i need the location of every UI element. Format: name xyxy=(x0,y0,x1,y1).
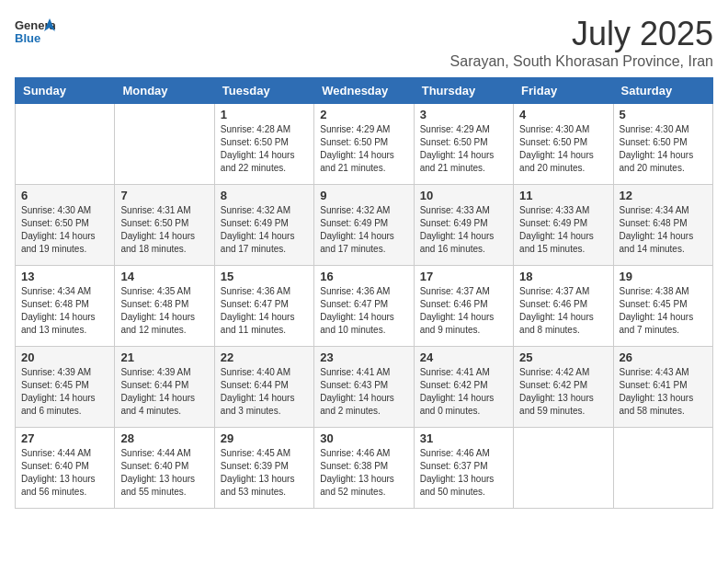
calendar-cell: 20Sunrise: 4:39 AMSunset: 6:45 PMDayligh… xyxy=(16,347,115,428)
calendar-cell: 12Sunrise: 4:34 AMSunset: 6:48 PMDayligh… xyxy=(613,185,712,266)
weekday-header-saturday: Saturday xyxy=(613,78,712,104)
day-number: 17 xyxy=(420,270,507,283)
day-detail: Sunrise: 4:39 AMSunset: 6:45 PMDaylight:… xyxy=(21,366,108,418)
title-block: July 2025 Sarayan, South Khorasan Provin… xyxy=(450,15,713,70)
day-detail: Sunrise: 4:46 AMSunset: 6:37 PMDaylight:… xyxy=(420,447,507,499)
logo-icon: General Blue xyxy=(15,15,55,48)
calendar-cell xyxy=(115,104,214,185)
weekday-header-monday: Monday xyxy=(115,78,214,104)
day-number: 10 xyxy=(420,189,507,202)
weekday-header-friday: Friday xyxy=(514,78,613,104)
calendar-cell xyxy=(514,428,613,509)
svg-text:Blue: Blue xyxy=(15,31,40,45)
day-number: 16 xyxy=(320,270,407,283)
location-subtitle: Sarayan, South Khorasan Province, Iran xyxy=(450,53,713,70)
day-number: 22 xyxy=(221,350,308,364)
calendar-cell: 6Sunrise: 4:30 AMSunset: 6:50 PMDaylight… xyxy=(16,185,115,266)
day-detail: Sunrise: 4:44 AMSunset: 6:40 PMDaylight:… xyxy=(120,447,208,499)
day-detail: Sunrise: 4:36 AMSunset: 6:47 PMDaylight:… xyxy=(320,285,407,337)
calendar-cell: 4Sunrise: 4:30 AMSunset: 6:50 PMDaylight… xyxy=(514,104,613,185)
day-number: 4 xyxy=(519,108,607,121)
day-number: 25 xyxy=(519,350,607,364)
calendar-week-row: 13Sunrise: 4:34 AMSunset: 6:48 PMDayligh… xyxy=(16,266,713,347)
weekday-header-sunday: Sunday xyxy=(16,78,115,104)
day-detail: Sunrise: 4:37 AMSunset: 6:46 PMDaylight:… xyxy=(519,285,607,337)
day-detail: Sunrise: 4:32 AMSunset: 6:49 PMDaylight:… xyxy=(221,204,308,256)
day-detail: Sunrise: 4:41 AMSunset: 6:43 PMDaylight:… xyxy=(320,366,407,418)
calendar-cell: 24Sunrise: 4:41 AMSunset: 6:42 PMDayligh… xyxy=(414,347,513,428)
day-detail: Sunrise: 4:38 AMSunset: 6:45 PMDaylight:… xyxy=(620,285,707,337)
day-number: 9 xyxy=(320,189,407,202)
day-number: 11 xyxy=(519,189,607,202)
day-number: 6 xyxy=(21,189,108,202)
calendar-cell: 11Sunrise: 4:33 AMSunset: 6:49 PMDayligh… xyxy=(514,185,613,266)
day-number: 23 xyxy=(320,350,407,364)
calendar-cell: 22Sunrise: 4:40 AMSunset: 6:44 PMDayligh… xyxy=(214,347,313,428)
calendar-cell: 17Sunrise: 4:37 AMSunset: 6:46 PMDayligh… xyxy=(414,266,513,347)
day-number: 14 xyxy=(120,270,208,283)
day-number: 19 xyxy=(620,270,707,283)
day-number: 5 xyxy=(620,108,707,121)
day-number: 27 xyxy=(21,431,108,445)
day-number: 1 xyxy=(221,108,308,121)
calendar-cell: 10Sunrise: 4:33 AMSunset: 6:49 PMDayligh… xyxy=(414,185,513,266)
month-year-title: July 2025 xyxy=(450,15,713,53)
calendar-cell: 23Sunrise: 4:41 AMSunset: 6:43 PMDayligh… xyxy=(314,347,414,428)
day-number: 3 xyxy=(420,108,507,121)
calendar-week-row: 6Sunrise: 4:30 AMSunset: 6:50 PMDaylight… xyxy=(16,185,713,266)
calendar-cell: 19Sunrise: 4:38 AMSunset: 6:45 PMDayligh… xyxy=(613,266,712,347)
day-detail: Sunrise: 4:44 AMSunset: 6:40 PMDaylight:… xyxy=(21,447,108,499)
calendar-week-row: 27Sunrise: 4:44 AMSunset: 6:40 PMDayligh… xyxy=(16,428,713,509)
calendar-cell xyxy=(613,428,712,509)
day-detail: Sunrise: 4:33 AMSunset: 6:49 PMDaylight:… xyxy=(519,204,607,256)
day-number: 8 xyxy=(221,189,308,202)
day-number: 12 xyxy=(620,189,707,202)
calendar-table: SundayMondayTuesdayWednesdayThursdayFrid… xyxy=(15,77,713,509)
calendar-cell: 8Sunrise: 4:32 AMSunset: 6:49 PMDaylight… xyxy=(214,185,313,266)
day-number: 7 xyxy=(120,189,208,202)
day-number: 21 xyxy=(120,350,208,364)
day-detail: Sunrise: 4:31 AMSunset: 6:50 PMDaylight:… xyxy=(120,204,208,256)
calendar-cell: 28Sunrise: 4:44 AMSunset: 6:40 PMDayligh… xyxy=(115,428,214,509)
calendar-cell: 2Sunrise: 4:29 AMSunset: 6:50 PMDaylight… xyxy=(314,104,414,185)
calendar-cell: 26Sunrise: 4:43 AMSunset: 6:41 PMDayligh… xyxy=(613,347,712,428)
day-detail: Sunrise: 4:34 AMSunset: 6:48 PMDaylight:… xyxy=(620,204,707,256)
weekday-header-wednesday: Wednesday xyxy=(314,78,414,104)
weekday-header-thursday: Thursday xyxy=(414,78,513,104)
calendar-cell: 18Sunrise: 4:37 AMSunset: 6:46 PMDayligh… xyxy=(514,266,613,347)
day-detail: Sunrise: 4:39 AMSunset: 6:44 PMDaylight:… xyxy=(120,366,208,418)
calendar-cell: 31Sunrise: 4:46 AMSunset: 6:37 PMDayligh… xyxy=(414,428,513,509)
calendar-cell: 30Sunrise: 4:46 AMSunset: 6:38 PMDayligh… xyxy=(314,428,414,509)
calendar-cell: 14Sunrise: 4:35 AMSunset: 6:48 PMDayligh… xyxy=(115,266,214,347)
day-detail: Sunrise: 4:32 AMSunset: 6:49 PMDaylight:… xyxy=(320,204,407,256)
day-detail: Sunrise: 4:34 AMSunset: 6:48 PMDaylight:… xyxy=(21,285,108,337)
weekday-header-tuesday: Tuesday xyxy=(214,78,313,104)
day-detail: Sunrise: 4:45 AMSunset: 6:39 PMDaylight:… xyxy=(221,447,308,499)
calendar-week-row: 1Sunrise: 4:28 AMSunset: 6:50 PMDaylight… xyxy=(16,104,713,185)
day-detail: Sunrise: 4:29 AMSunset: 6:50 PMDaylight:… xyxy=(320,123,407,175)
calendar-cell: 3Sunrise: 4:29 AMSunset: 6:50 PMDaylight… xyxy=(414,104,513,185)
day-number: 31 xyxy=(420,431,507,445)
calendar-cell: 1Sunrise: 4:28 AMSunset: 6:50 PMDaylight… xyxy=(214,104,313,185)
day-detail: Sunrise: 4:43 AMSunset: 6:41 PMDaylight:… xyxy=(620,366,707,418)
calendar-cell xyxy=(16,104,115,185)
day-detail: Sunrise: 4:29 AMSunset: 6:50 PMDaylight:… xyxy=(420,123,507,175)
calendar-cell: 16Sunrise: 4:36 AMSunset: 6:47 PMDayligh… xyxy=(314,266,414,347)
day-detail: Sunrise: 4:28 AMSunset: 6:50 PMDaylight:… xyxy=(221,123,308,175)
calendar-cell: 29Sunrise: 4:45 AMSunset: 6:39 PMDayligh… xyxy=(214,428,313,509)
day-number: 28 xyxy=(120,431,208,445)
day-detail: Sunrise: 4:30 AMSunset: 6:50 PMDaylight:… xyxy=(620,123,707,175)
day-detail: Sunrise: 4:42 AMSunset: 6:42 PMDaylight:… xyxy=(519,366,607,418)
calendar-cell: 21Sunrise: 4:39 AMSunset: 6:44 PMDayligh… xyxy=(115,347,214,428)
calendar-cell: 15Sunrise: 4:36 AMSunset: 6:47 PMDayligh… xyxy=(214,266,313,347)
day-detail: Sunrise: 4:41 AMSunset: 6:42 PMDaylight:… xyxy=(420,366,507,418)
calendar-cell: 13Sunrise: 4:34 AMSunset: 6:48 PMDayligh… xyxy=(16,266,115,347)
calendar-cell: 5Sunrise: 4:30 AMSunset: 6:50 PMDaylight… xyxy=(613,104,712,185)
day-detail: Sunrise: 4:35 AMSunset: 6:48 PMDaylight:… xyxy=(120,285,208,337)
calendar-cell: 25Sunrise: 4:42 AMSunset: 6:42 PMDayligh… xyxy=(514,347,613,428)
day-detail: Sunrise: 4:37 AMSunset: 6:46 PMDaylight:… xyxy=(420,285,507,337)
day-number: 15 xyxy=(221,270,308,283)
day-detail: Sunrise: 4:46 AMSunset: 6:38 PMDaylight:… xyxy=(320,447,407,499)
calendar-cell: 7Sunrise: 4:31 AMSunset: 6:50 PMDaylight… xyxy=(115,185,214,266)
day-detail: Sunrise: 4:30 AMSunset: 6:50 PMDaylight:… xyxy=(21,204,108,256)
